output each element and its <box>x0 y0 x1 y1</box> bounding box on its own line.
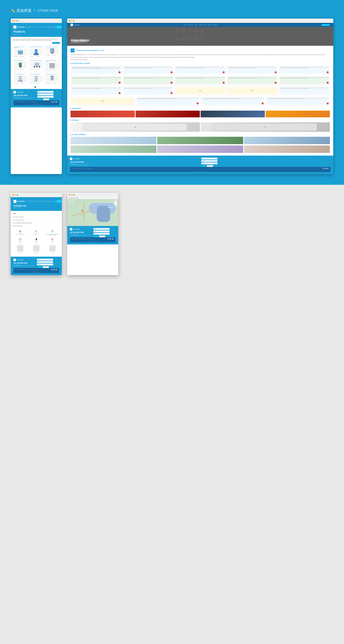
contact-fnav-video[interactable]: Video <box>22 269 24 270</box>
product-link-2b[interactable]: VIEW MORE → <box>36 56 41 57</box>
about-fnav-blog[interactable]: Blog <box>86 168 87 169</box>
map-footer-email-input[interactable] <box>93 230 110 232</box>
product-link-8a[interactable]: VIEW MORE → <box>30 83 35 84</box>
contact-nav-contact[interactable]: CONTACT <box>52 201 56 202</box>
about-nav-blog[interactable]: BLOG <box>204 24 207 26</box>
map-fnav-blog[interactable]: Blog <box>86 238 87 239</box>
about-footer-message-input[interactable] <box>201 162 217 164</box>
contact-nav-about[interactable]: ABOUT <box>48 201 51 202</box>
contact-footer-email-input[interactable] <box>37 261 53 263</box>
about-fnav-contact[interactable]: Contact <box>91 168 94 169</box>
contact-fnav-support[interactable]: Support <box>25 269 28 270</box>
faq-item-1[interactable]: How to select dust collector? › <box>13 216 60 218</box>
youtube-icon[interactable]: ▶ <box>55 101 57 103</box>
contact-fnav-contact[interactable]: Contact <box>34 269 37 270</box>
map-area[interactable]: 📍 Zhangjiang Yangtze River + − <box>67 199 118 226</box>
contact-fnav-home[interactable]: Home <box>15 269 17 270</box>
footer-name-input[interactable] <box>37 91 53 93</box>
get-quote-btn[interactable]: GET A QUOTE <box>56 26 62 28</box>
map-fnav-support[interactable]: Support <box>82 238 84 239</box>
contact-fnav-products[interactable]: Products <box>18 269 21 270</box>
product-link-5a[interactable]: VIEW MORE → <box>30 69 35 70</box>
contact-fnav-blog[interactable]: Blog <box>29 269 31 270</box>
about-fnav-home[interactable]: Home <box>72 168 74 169</box>
about-nav-support[interactable]: SUPPORT <box>199 24 203 26</box>
fnav-contact[interactable]: Contact <box>34 102 37 102</box>
footer-message-input[interactable] <box>37 96 53 98</box>
map-footer-msg-input[interactable] <box>93 233 110 235</box>
about-facebook-icon[interactable]: f <box>323 168 324 169</box>
fnav-products[interactable]: Products <box>18 102 21 102</box>
contact-youtube-icon-btn[interactable]: ▶ <box>55 269 57 270</box>
product-link-3a[interactable]: VIEW MORE → <box>46 55 51 56</box>
footer-submit-btn[interactable]: Submit <box>37 98 43 100</box>
map-footer-name-input[interactable] <box>93 228 110 230</box>
product-link-9a[interactable]: VIEW MORE → <box>46 83 51 84</box>
nav-video[interactable]: VIDEO <box>34 27 37 28</box>
about-fnav-video[interactable]: Video <box>79 168 81 169</box>
contact-nav-home[interactable]: HOME <box>24 201 27 202</box>
about-footer-search-btn[interactable]: Search 🔍 <box>207 165 213 167</box>
fnav-video[interactable]: Video <box>22 102 24 102</box>
product-link-4b[interactable]: VIEW MORE → <box>20 69 25 70</box>
about-get-quote-btn[interactable]: GET A QUOTE <box>322 24 330 26</box>
map-youtube-icon-btn[interactable]: ▶ <box>112 238 114 240</box>
map-footer-submit-btn[interactable]: Submit <box>93 236 99 237</box>
product-link-4a[interactable]: VIEW MORE → <box>14 69 19 70</box>
about-nav-video[interactable]: VIDEO <box>194 24 197 26</box>
footer-email-input[interactable] <box>37 94 53 95</box>
about-footer-email-input[interactable] <box>201 160 217 162</box>
nav-support[interactable]: SUPPORT <box>38 27 43 28</box>
nav-about[interactable]: ABOUT <box>48 27 51 28</box>
product-link-9b[interactable]: VIEW MORE → <box>52 83 57 84</box>
product-link-2a[interactable]: VIEW MORE → <box>30 56 35 57</box>
nav-contact[interactable]: CONTACT <box>52 27 56 28</box>
product-link-1a[interactable]: VIEW MORE → <box>14 56 19 57</box>
map-facebook-icon[interactable]: f <box>108 238 109 240</box>
contact-fnav-news[interactable]: News <box>32 269 34 270</box>
about-instagram-icon[interactable]: in <box>325 168 326 169</box>
contact-footer-msg-input[interactable] <box>37 264 53 266</box>
product-link-7b[interactable]: VIEW MORE → <box>20 83 25 84</box>
instagram-icon[interactable]: in <box>53 101 55 103</box>
nav-blog[interactable]: BLOG <box>44 27 46 28</box>
faq-item-4[interactable]: Where is Glorair located? › <box>13 224 60 228</box>
about-youtube-icon[interactable]: ▶ <box>327 168 329 169</box>
product-link-5b[interactable]: VIEW MORE → <box>36 69 41 70</box>
fnav-support[interactable]: Support <box>25 102 28 102</box>
contact-footer-submit-btn[interactable]: Submit <box>37 266 42 268</box>
contact-instagram-icon[interactable]: in <box>53 269 55 270</box>
map-fnav-news[interactable]: News <box>88 238 90 239</box>
about-footer-submit-btn[interactable]: Submit <box>201 165 206 167</box>
about-nav-about[interactable]: ABOUT <box>208 24 212 26</box>
page-dot-1[interactable]: ● <box>34 86 36 87</box>
map-fnav-video[interactable]: Video <box>79 238 81 239</box>
about-nav-products[interactable]: PRODUCTS <box>188 24 193 26</box>
contact-nav-blog[interactable]: BLOG <box>44 201 46 202</box>
contact-footer-name-input[interactable] <box>37 259 53 260</box>
fnav-home[interactable]: Home <box>15 102 17 102</box>
about-nav-home[interactable]: HOME <box>183 24 186 26</box>
view-all-button[interactable]: VIEW ALL >> <box>52 42 60 44</box>
contact-nav-products[interactable]: PRODUCTS <box>28 201 33 202</box>
product-link-3b[interactable]: VIEW MORE → <box>52 55 57 56</box>
about-fnav-news[interactable]: News <box>88 168 90 169</box>
map-fnav-home[interactable]: Home <box>72 238 74 239</box>
nav-home[interactable]: HOME <box>24 27 27 28</box>
map-fnav-products[interactable]: Products <box>75 238 78 239</box>
contact-get-quote-btn[interactable]: GET A QUOTE <box>56 200 62 203</box>
product-link-6b[interactable]: VIEW MORE → <box>52 70 57 71</box>
product-link-8b[interactable]: VIEW MORE → <box>36 83 41 84</box>
fnav-blog[interactable]: Blog <box>29 102 31 102</box>
page-dot-2[interactable]: ○ <box>36 86 37 87</box>
contact-facebook-icon[interactable]: f <box>51 269 53 270</box>
about-footer-name-input[interactable] <box>201 158 217 160</box>
facebook-icon[interactable]: f <box>51 101 53 103</box>
map-fnav-contact[interactable]: Contact <box>91 238 94 239</box>
faq-item-2[interactable]: How to choose dust collector? › <box>13 218 60 222</box>
about-fnav-support[interactable]: Support <box>82 168 84 169</box>
contact-footer-search-btn[interactable]: Search 🔍 <box>43 266 49 268</box>
product-link-7a[interactable]: VIEW MORE → <box>14 83 19 84</box>
page-dot-3[interactable]: ○ <box>37 86 38 87</box>
fnav-news[interactable]: News <box>32 102 34 102</box>
